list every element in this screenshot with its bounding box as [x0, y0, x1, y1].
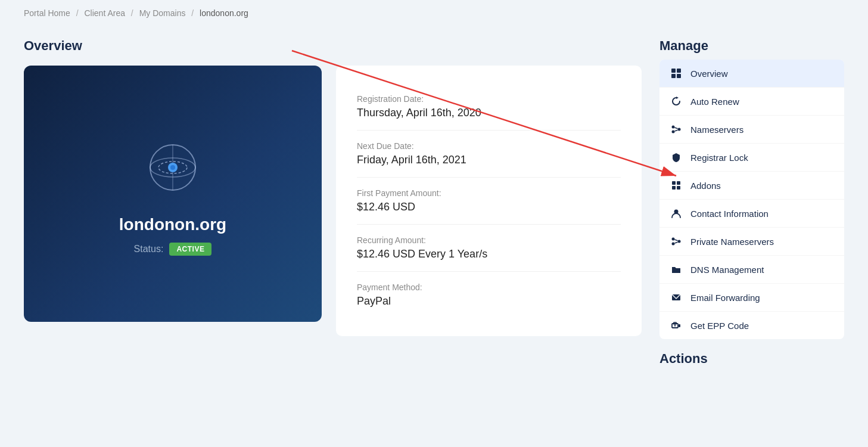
breadcrumb-current: londonon.org — [200, 8, 248, 18]
manage-item-registrar-lock[interactable]: Registrar Lock — [659, 144, 844, 172]
manage-item-dns-management[interactable]: DNS Management — [659, 256, 844, 284]
status-badge: ACTIVE — [169, 243, 211, 256]
svg-rect-17 — [672, 181, 676, 185]
next-due-row: Next Due Date: Friday, April 16th, 2021 — [357, 131, 621, 178]
payment-method-value: PayPal — [357, 295, 621, 308]
breadcrumb-my-domains[interactable]: My Domains — [139, 8, 186, 18]
svg-rect-19 — [672, 186, 676, 190]
user-icon — [670, 207, 682, 219]
svg-rect-9 — [677, 69, 681, 73]
svg-point-24 — [672, 243, 675, 246]
key-icon — [670, 319, 682, 331]
refresh-icon — [670, 95, 682, 107]
manage-item-auto-renew[interactable]: Auto Renew — [659, 88, 844, 116]
manage-item-contact-info-label: Contact Information — [690, 209, 769, 219]
actions-title: Actions — [659, 351, 844, 367]
svg-rect-8 — [671, 69, 676, 73]
breadcrumb: Portal Home / Client Area / My Domains /… — [0, 0, 868, 26]
manage-item-overview-label: Overview — [690, 69, 728, 79]
svg-rect-18 — [677, 181, 680, 185]
share-icon — [670, 123, 682, 135]
recurring-label: Recurring Amount: — [357, 235, 621, 245]
next-due-value: Friday, April 16th, 2021 — [357, 154, 621, 166]
shield-icon — [670, 151, 682, 163]
manage-item-private-nameservers-label: Private Nameservers — [690, 237, 774, 247]
manage-item-email-forwarding-label: Email Forwarding — [690, 293, 760, 303]
svg-point-12 — [678, 128, 681, 131]
svg-line-16 — [675, 130, 678, 131]
manage-item-overview[interactable]: Overview — [659, 60, 844, 88]
arrow-right-icon — [670, 235, 682, 247]
svg-point-13 — [672, 126, 675, 129]
manage-item-auto-renew-label: Auto Renew — [690, 97, 739, 107]
svg-line-25 — [675, 240, 678, 241]
payment-method-row: Payment Method: PayPal — [357, 272, 621, 318]
manage-item-epp-code[interactable]: Get EPP Code — [659, 312, 844, 339]
svg-line-15 — [675, 128, 678, 129]
overview-title: Overview — [24, 38, 642, 54]
manage-menu: Overview Auto Renew — [659, 60, 844, 339]
envelope-icon — [670, 291, 682, 303]
payment-method-label: Payment Method: — [357, 283, 621, 292]
manage-item-addons-label: Addons — [690, 181, 721, 191]
first-payment-row: First Payment Amount: $12.46 USD — [357, 178, 621, 225]
svg-point-6 — [170, 165, 175, 170]
svg-rect-31 — [679, 324, 680, 327]
recurring-value: $12.46 USD Every 1 Year/s — [357, 248, 621, 260]
manage-item-nameservers-label: Nameservers — [690, 125, 743, 135]
first-payment-label: First Payment Amount: — [357, 188, 621, 198]
page-wrapper: Portal Home / Client Area / My Domains /… — [0, 0, 868, 390]
first-payment-value: $12.46 USD — [357, 201, 621, 213]
left-section: Overview — [24, 38, 642, 367]
manage-item-dns-management-label: DNS Management — [690, 265, 764, 275]
breadcrumb-sep-1: / — [76, 8, 79, 18]
svg-point-30 — [674, 325, 676, 326]
svg-rect-20 — [677, 186, 680, 190]
domain-card: londonon.org Status: ACTIVE — [24, 66, 322, 322]
status-row: Status: ACTIVE — [134, 243, 212, 256]
breadcrumb-sep-2: / — [131, 8, 133, 18]
grid-icon — [670, 67, 682, 79]
breadcrumb-sep-3: / — [191, 8, 194, 18]
manage-item-email-forwarding[interactable]: Email Forwarding — [659, 284, 844, 312]
svg-point-23 — [672, 238, 675, 241]
status-label: Status: — [134, 244, 164, 254]
svg-line-26 — [675, 242, 678, 243]
registration-date-label: Registration Date: — [357, 94, 621, 104]
domain-globe-icon — [143, 138, 203, 197]
registration-date-value: Thursday, April 16th, 2020 — [357, 107, 621, 119]
next-due-label: Next Due Date: — [357, 141, 621, 151]
main-content: Overview — [0, 26, 868, 390]
puzzle-icon — [670, 179, 682, 191]
svg-point-22 — [678, 240, 681, 243]
svg-point-14 — [672, 131, 675, 134]
svg-rect-11 — [677, 74, 681, 78]
breadcrumb-client-area[interactable]: Client Area — [84, 8, 125, 18]
info-panel: Registration Date: Thursday, April 16th,… — [336, 66, 642, 336]
manage-title: Manage — [659, 38, 844, 54]
right-sidebar: Manage Overview — [659, 38, 844, 367]
manage-item-nameservers[interactable]: Nameservers — [659, 116, 844, 144]
manage-item-registrar-lock-label: Registrar Lock — [690, 153, 748, 163]
breadcrumb-portal-home[interactable]: Portal Home — [24, 8, 70, 18]
folder-icon — [670, 263, 682, 275]
manage-item-private-nameservers[interactable]: Private Nameservers — [659, 228, 844, 256]
domain-name: londonon.org — [119, 215, 226, 234]
manage-item-epp-code-label: Get EPP Code — [690, 321, 749, 331]
recurring-row: Recurring Amount: $12.46 USD Every 1 Yea… — [357, 225, 621, 272]
svg-rect-10 — [671, 74, 676, 78]
manage-item-contact-info[interactable]: Contact Information — [659, 200, 844, 228]
registration-date-row: Registration Date: Thursday, April 16th,… — [357, 83, 621, 131]
manage-item-addons[interactable]: Addons — [659, 172, 844, 200]
